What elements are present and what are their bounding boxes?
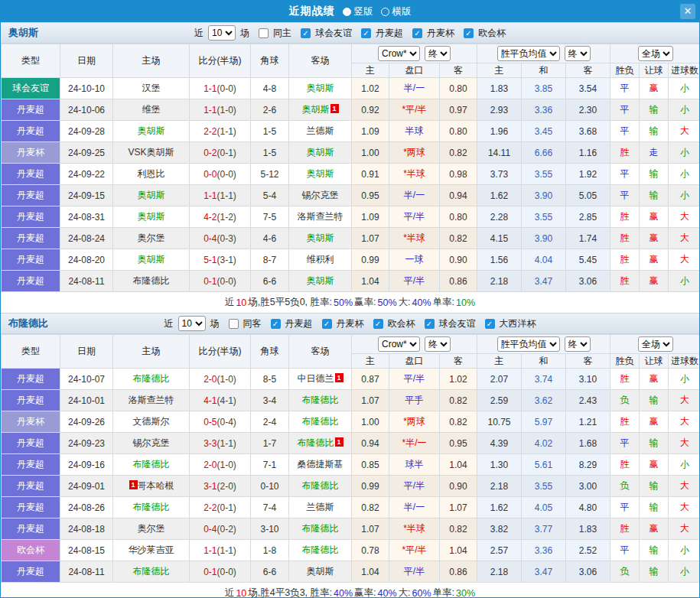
home-team-name: 奥胡斯 (138, 254, 165, 265)
cell-corners: 6-6 (251, 271, 289, 292)
cell-avg-home: 1.83 (477, 78, 522, 99)
cell-away-team: 布隆德比1 (289, 433, 352, 454)
cell-away-team: 桑德捷斯基 (289, 454, 352, 476)
cell-handicap-result: 输 (640, 497, 669, 518)
recent-count-select[interactable]: 10 (178, 316, 206, 331)
fullmatch-select[interactable]: 全场 (638, 336, 673, 352)
red-card-badge: 1 (129, 480, 138, 489)
crow-select[interactable]: Crow* (378, 336, 420, 352)
cell-home-team: 华沙莱吉亚 (113, 540, 190, 561)
away-team-name: 奥胡斯 (307, 232, 334, 243)
halftime-score: (1-1) (217, 545, 236, 556)
home-team-name: 哥本哈根 (138, 480, 174, 491)
cell-date: 24-10-10 (60, 78, 113, 99)
cell-avg-draw: 3.47 (522, 561, 566, 583)
table-row: 丹麦超24-08-24奥尔堡0-4(0-3)4-6奥胡斯1.07*半球0.824… (2, 228, 700, 249)
cell-result: 胜 (610, 411, 640, 433)
cell-score: 1-1(1-0) (190, 99, 251, 121)
cell-corners: 0-10 (251, 476, 289, 497)
crow-select[interactable]: Crow* (378, 46, 420, 61)
halftime-score: (1-2) (217, 212, 236, 223)
final-select-2[interactable]: 终 (565, 46, 591, 61)
avg-select[interactable]: 胜平负均值 (497, 46, 560, 61)
league-checkbox[interactable]: ✓ (464, 28, 474, 38)
cell-corners: 7-1 (251, 454, 289, 476)
cell-avg-home: 2.18 (477, 561, 522, 583)
final-select-2[interactable]: 终 (565, 336, 591, 352)
league-checkbox[interactable]: ✓ (322, 319, 332, 329)
cell-league-type: 丹麦超 (2, 561, 60, 583)
final-select[interactable]: 终 (425, 46, 451, 61)
same-venue-checkbox[interactable] (259, 28, 269, 38)
away-team-name: 锡尔克堡 (302, 190, 339, 200)
cell-odds-away: 0.98 (440, 164, 477, 185)
cell-handicap-result: 赢 (640, 454, 669, 476)
cell-corners: 1-5 (251, 142, 289, 164)
cell-score: 0-4(0-3) (190, 228, 251, 249)
table-row: 丹麦超24-09-011哥本哈根3-1(2-0)0-10布隆德比0.99平/半0… (2, 476, 700, 497)
cell-corners: 1-5 (251, 121, 289, 142)
cell-date: 24-08-26 (60, 497, 113, 518)
cell-date: 24-08-11 (60, 271, 113, 292)
summary-segment: 10% (456, 297, 475, 308)
col-header-result: 胜负 (610, 63, 640, 78)
cell-odds-home: 1.04 (352, 271, 389, 292)
fulltime-score: 1-1 (203, 190, 217, 201)
fulltime-score: 5-1 (203, 255, 217, 265)
cell-corners: 5-4 (251, 185, 289, 206)
final-select[interactable]: 终 (425, 336, 451, 352)
league-checkbox[interactable]: ✓ (425, 319, 435, 329)
cell-home-team: 布隆德比 (113, 271, 190, 292)
league-checkbox[interactable]: ✓ (271, 319, 281, 329)
home-team-name: 奥尔堡 (138, 523, 165, 534)
cell-avg-draw: 6.66 (522, 142, 566, 164)
cell-goals-result: 大 (669, 411, 700, 433)
table-row: 丹麦超24-08-11布隆德比0-1(0-0)6-6奥胡斯1.04平/半0.86… (2, 271, 700, 292)
home-team-name: 奥胡斯 (138, 125, 165, 136)
cell-league-type: 欧会杯 (2, 540, 60, 561)
cell-result: 胜 (610, 454, 640, 476)
same-venue-checkbox[interactable] (229, 319, 239, 329)
cell-home-team: 1哥本哈根 (113, 476, 190, 497)
league-checkbox[interactable]: ✓ (373, 319, 383, 329)
cell-score: 0-1(0-0) (190, 271, 251, 292)
halftime-score: (1-0) (217, 460, 236, 470)
cell-home-team: 奥尔堡 (113, 228, 190, 249)
league-checkbox[interactable]: ✓ (301, 28, 311, 38)
cell-league-type: 球会友谊 (2, 78, 60, 99)
table-row: 欧会杯24-08-15华沙莱吉亚1-1(1-1)1-8布隆德比0.78*平/半1… (2, 540, 700, 561)
table-row: 丹麦超24-08-31奥胡斯4-2(1-2)7-5洛斯查兰特1.09平/半0.8… (2, 206, 700, 228)
cell-corners: 6-6 (251, 561, 289, 583)
horizontal-layout-radio[interactable] (381, 8, 389, 16)
league-checkbox[interactable]: ✓ (412, 28, 422, 38)
home-team-name: 布隆德比 (133, 275, 170, 286)
cell-odds-home: 0.94 (352, 433, 389, 454)
cell-avg-home: 2.57 (477, 540, 522, 561)
cell-avg-home: 10.75 (477, 411, 522, 433)
vertical-layout-radio[interactable] (343, 8, 351, 16)
cell-date: 24-08-18 (60, 518, 113, 540)
summary-segment: 近 (225, 587, 235, 598)
away-team-name: 洛斯查兰特 (298, 211, 343, 222)
close-icon[interactable]: ✕ (680, 4, 695, 19)
league-checkbox[interactable]: ✓ (485, 319, 495, 329)
league-checkbox[interactable]: ✓ (361, 28, 371, 38)
avg-select[interactable]: 胜平负均值 (497, 336, 560, 352)
fulltime-score: 3-1 (203, 481, 217, 492)
cell-avg-away: 2.43 (566, 390, 610, 411)
results-table: 类型日期主场比分(半场)角球客场Crow*终胜平负均值终全场主盘口客主和客胜负让… (1, 44, 700, 292)
cell-result: 胜 (610, 518, 640, 540)
cell-odds-away: 0.82 (440, 411, 477, 433)
fullmatch-select[interactable]: 全场 (638, 46, 673, 61)
cell-avg-away: 5.45 (566, 249, 610, 271)
cell-result: 平 (610, 99, 640, 121)
league-checkbox-label: 球会友谊 (439, 317, 476, 330)
col-header-goals: 进球数 (669, 354, 700, 369)
recent-count-select[interactable]: 10 (208, 25, 236, 41)
cell-league-type: 丹麦超 (2, 476, 60, 497)
cell-result: 胜 (610, 369, 640, 390)
cell-away-team: 锡尔克堡 (289, 185, 352, 206)
cell-corners: 3-4 (251, 390, 289, 411)
fulltime-score: 4-1 (203, 395, 217, 406)
cell-avg-home: 1.62 (477, 497, 522, 518)
